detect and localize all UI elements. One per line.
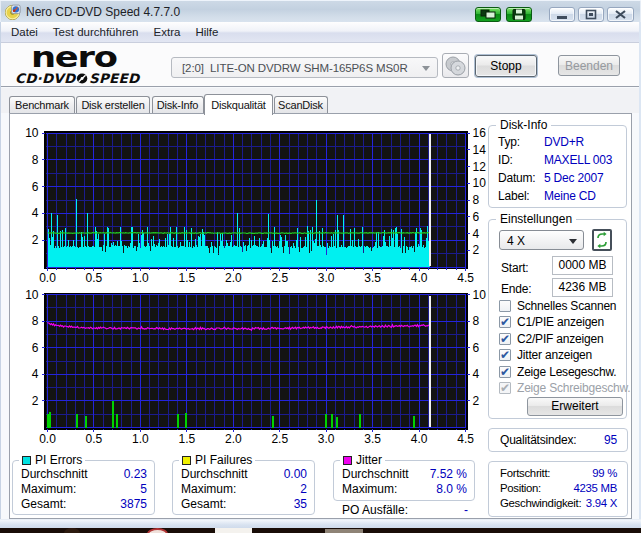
stat-title-text: PI Failures	[195, 453, 252, 467]
nero-logo-subtitle: CD·DVD SPEED	[15, 71, 139, 86]
disk-date-label: Datum:	[498, 171, 535, 185]
checkbox-box	[499, 349, 511, 361]
quality-index-label: Qualitätsindex:	[500, 433, 576, 447]
po-failures-label: PO Ausfälle:	[342, 503, 408, 517]
disk-label-label: Label:	[498, 189, 530, 203]
start-field[interactable]: 0000 MB	[552, 256, 613, 275]
stat-label: Maximum:	[181, 482, 236, 496]
checkbox-label: Zeige Schreibgeschw.	[517, 381, 630, 395]
pi-errors-stats: PI Errors Durchschnitt 0.23 Maximum: 5 G…	[12, 460, 155, 515]
disk-id-label: ID:	[498, 153, 513, 167]
logo-cddvd-text: CD·DVD	[15, 71, 75, 86]
minimize-icon	[550, 8, 574, 21]
disc-stack-icon	[443, 54, 468, 78]
refresh-icon	[594, 231, 610, 249]
capture-window-button[interactable]	[475, 7, 501, 22]
stat-label: Gesamt:	[21, 497, 66, 511]
menu-test-durchfuehren[interactable]: Test durchführen	[53, 26, 139, 38]
stat-value: 5	[140, 482, 147, 496]
end-label: Ende:	[501, 282, 531, 296]
chevron-down-icon	[569, 239, 577, 244]
scan-speed-select[interactable]: 4 X	[499, 230, 584, 250]
pi-failures-stats: PI Failures Durchschnitt 0.00 Maximum: 2…	[172, 460, 315, 515]
tab-diskqualitaet[interactable]: Diskqualität	[204, 94, 273, 115]
pi-failures-title: PI Failures	[179, 453, 255, 467]
close-button[interactable]	[607, 7, 634, 22]
desktop-artifact	[215, 528, 252, 533]
capture-save-icon	[507, 8, 531, 21]
logo-speedometer-icon	[75, 72, 89, 85]
quality-index-value: 95	[604, 433, 617, 447]
window-title: Nero CD-DVD Speed 4.7.7.0	[26, 5, 180, 19]
stop-button[interactable]: Stopp	[475, 55, 537, 77]
quality-index-panel: Qualitätsindex: 95	[488, 428, 628, 452]
title-bar[interactable]: Nero CD-DVD Speed 4.7.7.0	[0, 0, 641, 22]
tab-benchmark[interactable]: Benchmark	[9, 96, 75, 113]
po-failures-value: -	[464, 503, 468, 517]
checkbox-label: C1/PIE anzeigen	[517, 315, 604, 329]
close-icon	[608, 8, 633, 21]
position-value: 4235 MB	[574, 482, 618, 494]
stat-title-text: Jitter	[356, 453, 382, 467]
disk-id-value: MAXELL 003	[544, 153, 612, 167]
drive-select[interactable]: [2:0] LITE-ON DVDRW SHM-165P6S MS0R	[171, 57, 438, 78]
disk-info-groupbox: Disk-Info Typ: DVD+R ID: MAXELL 003 Datu…	[488, 125, 627, 208]
stat-value: 3875	[120, 497, 147, 511]
refresh-button[interactable]	[592, 229, 612, 251]
stat-value: 8.0 %	[436, 482, 467, 496]
pi-errors-title: PI Errors	[19, 453, 85, 467]
disk-date-value: 5 Dec 2007	[544, 171, 603, 185]
tab-strip: Benchmark Disk erstellen Disk-Info Diskq…	[1, 88, 640, 113]
checkbox-label: Zeige Lesegeschw.	[517, 365, 616, 379]
disk-type-value: DVD+R	[544, 135, 584, 149]
stat-label: Gesamt:	[181, 497, 226, 511]
stat-label: Maximum:	[21, 482, 76, 496]
stat-label: Durchschnitt	[342, 467, 409, 481]
advanced-button[interactable]: Erweitert	[527, 397, 623, 416]
checkbox-label: Schnelles Scannen	[517, 299, 616, 313]
stat-label: Durchschnitt	[181, 467, 248, 481]
tab-disk-info[interactable]: Disk-Info	[152, 96, 204, 113]
settings-groupbox: Einstellungen 4 X Start: 0000 MB Ende: 4…	[488, 219, 627, 419]
disk-label-value: Meine CD	[544, 189, 596, 203]
drive-select-value: [2:0] LITE-ON DVDRW SHM-165P6S MS0R	[182, 62, 408, 74]
app-icon	[5, 4, 21, 20]
jitter-swatch	[343, 456, 352, 465]
tab-disk-erstellen[interactable]: Disk erstellen	[76, 96, 150, 113]
desktop-artifact	[64, 528, 80, 533]
desktop-artifact	[325, 529, 363, 533]
exit-button[interactable]: Beenden	[558, 55, 620, 76]
position-label: Position:	[500, 482, 541, 494]
progress-label: Fortschritt:	[500, 467, 550, 479]
minimize-button[interactable]	[549, 7, 575, 22]
logo-speed-text: SPEED	[89, 71, 139, 86]
capture-window-icon	[476, 8, 500, 21]
tab-scandisk[interactable]: ScanDisk	[274, 96, 328, 113]
po-failures-row: PO Ausfälle: -	[333, 503, 475, 517]
menu-extra[interactable]: Extra	[154, 26, 181, 38]
window-left-border	[0, 22, 1, 519]
stat-label: Durchschnitt	[21, 467, 88, 481]
checkbox-box	[499, 333, 511, 345]
maximize-button[interactable]	[578, 7, 604, 22]
speed-value: 3.94 X	[586, 497, 617, 509]
stat-value: 0.00	[284, 467, 307, 481]
window-bottom-border	[0, 519, 641, 528]
jitter-title: Jitter	[340, 453, 385, 467]
end-field[interactable]: 4236 MB	[552, 278, 613, 297]
stat-label: Maximum:	[342, 482, 397, 496]
nero-logo: nero	[31, 44, 117, 72]
checkbox-label: C2/PIF anzeigen	[517, 332, 603, 346]
disc-info-button[interactable]	[442, 53, 469, 78]
menu-hilfe[interactable]: Hilfe	[195, 26, 218, 38]
stat-value: 7.52 %	[430, 467, 467, 481]
toolbar: nero CD·DVD SPEED [2:0] LITE-ON DVDRW SH…	[1, 43, 640, 87]
checkbox-label: Jitter anzeigen	[517, 348, 592, 362]
progress-value: 99 %	[592, 467, 617, 479]
capture-save-button[interactable]	[506, 7, 532, 22]
checkbox-box	[499, 366, 511, 378]
menu-datei[interactable]: Datei	[11, 26, 38, 38]
speed-label: Geschwindigkeit:	[500, 497, 581, 509]
jitter-stats: Jitter Durchschnitt 7.52 % Maximum: 8.0 …	[333, 460, 475, 501]
progress-panel: Fortschritt: 99 % Position: 4235 MB Gesc…	[488, 461, 628, 517]
